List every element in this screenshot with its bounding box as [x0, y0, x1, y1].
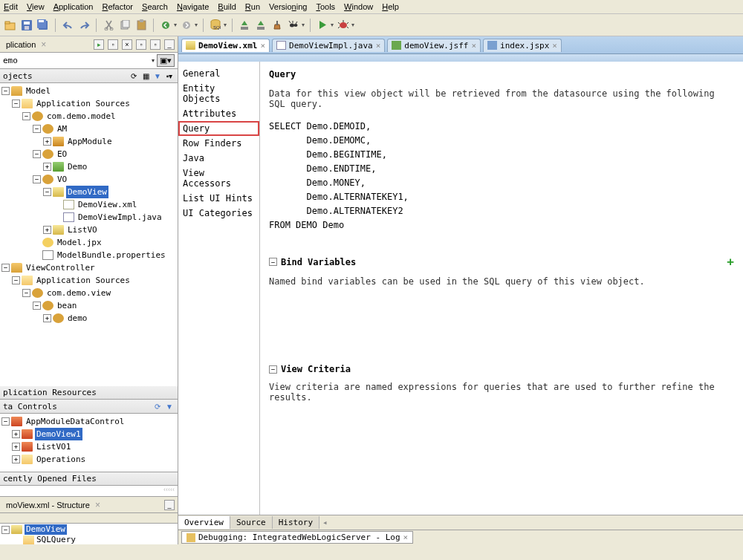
db-icon[interactable]: SQL — [209, 19, 222, 32]
tree-demoview-xml[interactable]: DemoView.xml — [77, 198, 138, 211]
undo-icon[interactable] — [61, 19, 74, 32]
tree-appmodule[interactable]: AppModule — [66, 135, 114, 148]
tree-app-sources2[interactable]: Application Sources — [35, 274, 132, 287]
expand-icon[interactable]: − — [12, 276, 20, 284]
expand-icon[interactable]: − — [12, 100, 20, 108]
expand-icon[interactable]: + — [12, 443, 20, 451]
tree-demo-bean[interactable]: demo — [66, 312, 89, 325]
nav-list-ui-hints[interactable]: List UI Hints — [178, 191, 259, 206]
expand-icon[interactable]: − — [22, 112, 30, 120]
menu-view[interactable]: View — [27, 2, 45, 11]
close-tab-icon[interactable]: × — [552, 41, 557, 51]
expand-icon[interactable]: − — [269, 365, 277, 374]
panel-run-icon[interactable]: ▸ — [94, 39, 104, 50]
menu-edit[interactable]: Edit — [4, 2, 18, 11]
tree-bean[interactable]: bean — [56, 299, 79, 312]
tab-demoviewimpl-java[interactable]: DemoViewImpl.java × — [272, 39, 385, 52]
close-tab-icon[interactable]: × — [471, 41, 476, 51]
run-dropdown-icon[interactable]: ▾ — [331, 22, 334, 28]
dc-listvo1[interactable]: ListVO1 — [35, 440, 72, 453]
clean-icon[interactable] — [270, 19, 284, 32]
cut-icon[interactable] — [102, 19, 115, 32]
tab-demoview-jsff[interactable]: demoView.jsff × — [387, 39, 481, 52]
open-icon[interactable] — [4, 19, 17, 32]
menu-window[interactable]: Window — [344, 2, 373, 11]
tree-viewcontroller[interactable]: ViewController — [25, 261, 97, 274]
menu-versioning[interactable]: Versioning — [269, 2, 307, 11]
close-tab-icon[interactable]: × — [41, 39, 46, 50]
expand-icon[interactable]: − — [1, 264, 10, 272]
data-controls-tree[interactable]: −AppModuleDataControl +DemoView1 +ListVO… — [0, 414, 178, 472]
menu-run[interactable]: Run — [245, 2, 260, 11]
project-tree[interactable]: −Model −Application Sources −com.demo.mo… — [0, 83, 178, 386]
expand-icon[interactable]: − — [269, 258, 277, 266]
project-search-input[interactable] — [3, 56, 149, 65]
search-dropdown-icon[interactable]: ▾ — [152, 57, 155, 64]
expand-icon[interactable]: − — [1, 417, 10, 426]
expand-icon[interactable]: − — [33, 175, 41, 183]
expand-icon[interactable]: − — [22, 289, 30, 297]
forward-dropdown-icon[interactable]: ▾ — [195, 22, 198, 28]
paste-icon[interactable] — [134, 19, 148, 32]
close-tab-icon[interactable]: × — [260, 41, 265, 51]
tab-source[interactable]: Source — [230, 516, 273, 529]
expand-icon[interactable]: − — [33, 125, 41, 133]
redo-icon[interactable] — [77, 19, 91, 32]
nav-entity-objects[interactable]: Entity Objects — [178, 81, 259, 106]
application-tab[interactable]: plication — [3, 39, 39, 50]
panel-close2-icon[interactable]: × — [122, 39, 132, 50]
tree-model-bundle[interactable]: ModelBundle.properties — [56, 249, 167, 261]
save-all-icon[interactable] — [36, 19, 50, 32]
dc-operations[interactable]: Operations — [35, 453, 87, 466]
nav-row-finders[interactable]: Row Finders — [178, 136, 259, 151]
close-tab-icon[interactable]: × — [376, 41, 381, 51]
panel-minimize-icon[interactable]: _ — [164, 39, 175, 50]
tree-app-sources[interactable]: Application Sources — [35, 97, 132, 110]
structure-tab[interactable]: moView.xml - Structure — [3, 500, 93, 510]
ant-dropdown-icon[interactable]: ▾ — [302, 22, 305, 28]
options-icon[interactable]: ▪▾ — [164, 71, 175, 81]
tree-demoview-impl[interactable]: DemoViewImpl.java — [77, 211, 163, 224]
tree-model-jpx[interactable]: Model.jpx — [56, 236, 103, 249]
menu-navigate[interactable]: Navigate — [177, 2, 209, 11]
debug-log-tab[interactable]: Debugging: IntegratedWebLogicServer - Lo… — [181, 531, 413, 544]
app-resources-header[interactable]: plication Resources — [0, 386, 178, 400]
close-structure-icon[interactable]: × — [95, 500, 100, 510]
tree-pkg-view[interactable]: com.demo.view — [45, 287, 112, 299]
dc-root[interactable]: AppModuleDataControl — [25, 415, 126, 428]
tree-demoview[interactable]: DemoView — [66, 186, 108, 198]
panel-opt2-icon[interactable]: ▫ — [136, 39, 146, 50]
nav-general[interactable]: General — [178, 66, 259, 81]
nav-attributes[interactable]: Attributes — [178, 106, 259, 121]
panel-opt1-icon[interactable]: ▫ — [108, 39, 118, 50]
menu-help[interactable]: Help — [382, 2, 399, 11]
copy-icon[interactable] — [118, 19, 132, 32]
expand-icon[interactable]: − — [43, 188, 51, 196]
tab-demoview-xml[interactable]: DemoView.xml × — [181, 39, 270, 52]
expand-icon[interactable]: + — [43, 163, 51, 171]
tabs-scroll-icon[interactable]: ◂ — [319, 518, 331, 527]
tab-overview[interactable]: Overview — [178, 516, 230, 529]
forward-icon[interactable] — [180, 19, 193, 32]
expand-icon[interactable]: + — [43, 314, 51, 322]
menu-refactor[interactable]: Refactor — [102, 2, 133, 11]
make-icon[interactable] — [238, 19, 251, 32]
tree-demo-eo[interactable]: Demo — [66, 160, 89, 173]
ant-icon[interactable] — [287, 19, 300, 32]
structure-sql[interactable]: SQLQuery — [36, 535, 76, 545]
tree-eo[interactable]: EO — [56, 148, 68, 160]
filter-icon[interactable]: ▼ — [152, 71, 163, 81]
expand-icon[interactable]: + — [43, 137, 51, 146]
refresh-icon[interactable]: ⟳ — [129, 71, 139, 81]
nav-query[interactable]: Query — [178, 121, 259, 136]
debug-icon[interactable] — [337, 19, 350, 32]
menu-application[interactable]: Application — [53, 2, 94, 11]
structure-root[interactable]: DemoView — [25, 524, 67, 535]
make2-icon[interactable] — [254, 19, 267, 32]
nav-view-accessors[interactable]: View Accessors — [178, 166, 259, 191]
dc-refresh-icon[interactable]: ⟳ — [152, 401, 163, 411]
tree-pkg-model[interactable]: com.demo.model — [45, 110, 117, 123]
expand-icon[interactable]: − — [1, 526, 10, 534]
db-dropdown-icon[interactable]: ▾ — [224, 22, 227, 28]
tree-vo[interactable]: VO — [56, 173, 68, 186]
